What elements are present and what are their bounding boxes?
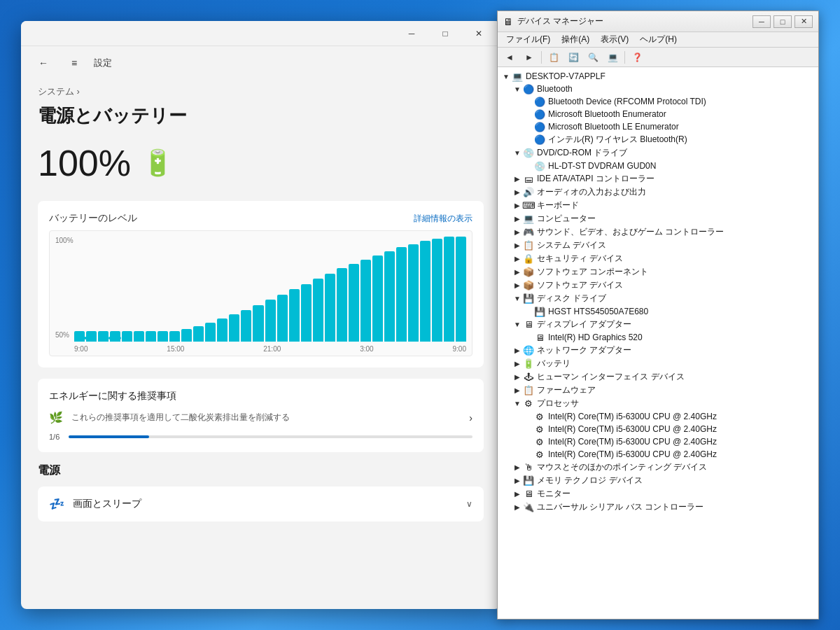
- page-title: 電源とバッテリー: [21, 101, 500, 142]
- tree-item-bt-rfcomm[interactable]: 🔵 Bluetooth Device (RFCOMM Protocol TDI): [498, 95, 818, 108]
- toolbar-update-button[interactable]: 🔄: [564, 50, 582, 65]
- menu-view[interactable]: 表示(V): [595, 32, 634, 47]
- tree-item-monitor[interactable]: ▶ 🖥 モニター: [498, 487, 818, 500]
- back-button[interactable]: ←: [32, 52, 55, 74]
- ide-icon: 🖴: [523, 174, 534, 185]
- tree-label-mouse: マウスとそのほかのポインティング デバイス: [537, 461, 707, 473]
- chart-bars: [74, 237, 466, 342]
- tree-item-dvd-drive[interactable]: 💿 HL-DT-ST DVDRAM GUD0N: [498, 160, 818, 172]
- settings-close-button[interactable]: ✕: [463, 24, 495, 43]
- tree-item-hdd[interactable]: 💾 HGST HTS545050A7E680: [498, 305, 818, 318]
- tree-expand-dvd: ▼: [512, 148, 523, 159]
- energy-item[interactable]: 🌿 これらの推奨事項を適用して二酸化炭素排出量を削減する ›: [49, 408, 472, 427]
- tree-item-bt-intel[interactable]: 🔵 インテル(R) ワイヤレス Bluetooth(R): [498, 133, 818, 146]
- tree-expand-processor: ▼: [512, 398, 523, 410]
- tree-item-hid[interactable]: ▶ 🕹 ヒューマン インターフェイス デバイス: [498, 370, 818, 384]
- tree-item-bt-le-enum[interactable]: 🔵 Microsoft Bluetooth LE Enumerator: [498, 120, 818, 133]
- tree-item-computer[interactable]: ▶ 💻 コンピューター: [498, 212, 818, 225]
- toolbar-device-button[interactable]: 💻: [603, 50, 622, 65]
- tree-item-sw-components[interactable]: ▶ 📦 ソフトウェア コンポーネント: [498, 265, 818, 279]
- energy-leaf-icon: 🌿: [49, 411, 63, 424]
- hid-icon: 🕹: [523, 372, 534, 383]
- dvd-icon: 💿: [523, 148, 534, 159]
- tree-item-display[interactable]: ▼ 🖥 ディスプレイ アダプター: [498, 318, 818, 331]
- toolbar-help-button[interactable]: ❓: [628, 50, 646, 65]
- chart-y-labels: 100% 50%: [55, 237, 74, 339]
- tree-item-sound[interactable]: ▶ 🎮 サウンド、ビデオ、およびゲーム コントローラー: [498, 225, 818, 239]
- chart-detail-link[interactable]: 詳細情報の表示: [414, 213, 472, 225]
- menu-help[interactable]: ヘルプ(H): [634, 32, 682, 47]
- devmgr-title-icon: 🖥: [503, 16, 513, 27]
- tree-item-cpu-4[interactable]: ⚙ Intel(R) Core(TM) i5-6300U CPU @ 2.40G…: [498, 448, 818, 461]
- tree-label-cpu-3: Intel(R) Core(TM) i5-6300U CPU @ 2.40GHz: [548, 437, 717, 447]
- tree-item-mouse[interactable]: ▶ 🖱 マウスとそのほかのポインティング デバイス: [498, 461, 818, 474]
- tree-label-network: ネットワーク アダプター: [537, 344, 631, 356]
- tree-item-system[interactable]: ▶ 📋 システム デバイス: [498, 239, 818, 252]
- tree-label-battery: バッテリ: [537, 358, 570, 370]
- battery-icon: 🔋: [142, 148, 174, 178]
- menu-action[interactable]: 操作(A): [556, 32, 595, 47]
- tree-item-sw-devices[interactable]: ▶ 📦 ソフトウェア デバイス: [498, 279, 818, 292]
- tree-expand-bt-rfcomm: [523, 96, 534, 107]
- chart-header: バッテリーのレベル 詳細情報の表示: [49, 212, 472, 225]
- tree-item-network[interactable]: ▶ 🌐 ネットワーク アダプター: [498, 344, 818, 357]
- devmgr-maximize-button[interactable]: □: [774, 15, 792, 28]
- tree-item-disk[interactable]: ▼ 💾 ディスク ドライブ: [498, 292, 818, 305]
- tree-item-cpu-3[interactable]: ⚙ Intel(R) Core(TM) i5-6300U CPU @ 2.40G…: [498, 435, 818, 448]
- tree-item-bluetooth[interactable]: ▼ 🔵 Bluetooth: [498, 83, 818, 95]
- chart-title: バッテリーのレベル: [49, 212, 137, 225]
- menu-file[interactable]: ファイル(F): [500, 32, 556, 47]
- tree-expand-sound: ▶: [512, 227, 523, 238]
- menu-button[interactable]: ≡: [63, 52, 85, 74]
- toolbar-back-button[interactable]: ◄: [500, 50, 519, 65]
- tree-label-cpu-2: Intel(R) Core(TM) i5-6300U CPU @ 2.40GHz: [548, 424, 717, 434]
- gpu-icon: 🖥: [534, 332, 545, 343]
- toolbar-properties-button[interactable]: 📋: [545, 50, 563, 65]
- devmgr-close-button[interactable]: ✕: [794, 15, 813, 28]
- devmgr-minimize-button[interactable]: ─: [752, 15, 771, 28]
- toolbar-forward-button[interactable]: ►: [520, 50, 538, 65]
- settings-maximize-button[interactable]: □: [429, 24, 461, 43]
- tree-label-bt-le-enum: Microsoft Bluetooth LE Enumerator: [548, 122, 679, 132]
- device-tree[interactable]: ▼ 💻 DESKTOP-V7APPLF ▼ 🔵 Bluetooth 🔵 Blue…: [498, 67, 818, 619]
- tree-item-cpu-2[interactable]: ⚙ Intel(R) Core(TM) i5-6300U CPU @ 2.40G…: [498, 423, 818, 435]
- memory-icon: 💾: [523, 475, 534, 486]
- energy-progress-bar: [69, 435, 472, 438]
- sw-dev-icon: 📦: [523, 280, 534, 291]
- tree-item-keyboard[interactable]: ▶ ⌨ キーボード: [498, 199, 818, 212]
- chart-y-label-50: 50%: [55, 331, 74, 339]
- devmgr-titlebar: 🖥 デバイス マネージャー ─ □ ✕: [498, 11, 818, 32]
- tree-item-ide[interactable]: ▶ 🖴 IDE ATA/ATAPI コントローラー: [498, 172, 818, 186]
- tree-label-monitor: モニター: [537, 488, 570, 500]
- tree-item-bt-enum[interactable]: 🔵 Microsoft Bluetooth Enumerator: [498, 108, 818, 120]
- toolbar-scan-button[interactable]: 🔍: [584, 50, 602, 65]
- display-icon: 🖥: [523, 319, 534, 330]
- security-icon: 🔒: [523, 253, 534, 265]
- settings-minimize-button[interactable]: ─: [396, 24, 428, 43]
- battery-chart-section: バッテリーのレベル 詳細情報の表示 100% 50%: [38, 201, 484, 368]
- settings-titlebar: ─ □ ✕: [21, 21, 500, 46]
- sleep-chevron-icon: ∨: [466, 499, 472, 509]
- tree-label-root: DESKTOP-V7APPLF: [526, 71, 606, 81]
- tree-item-battery[interactable]: ▶ 🔋 バッテリ: [498, 357, 818, 370]
- chart-time-2: 15:00: [167, 345, 184, 353]
- tree-item-dvd[interactable]: ▼ 💿 DVD/CD-ROM ドライブ: [498, 146, 818, 160]
- tree-item-usb[interactable]: ▶ 🔌 ユニバーサル シリアル バス コントローラー: [498, 500, 818, 514]
- tree-item-cpu-1[interactable]: ⚙ Intel(R) Core(TM) i5-6300U CPU @ 2.40G…: [498, 410, 818, 423]
- tree-label-cpu-1: Intel(R) Core(TM) i5-6300U CPU @ 2.40GHz: [548, 412, 717, 421]
- tree-label-ide: IDE ATA/ATAPI コントローラー: [537, 173, 654, 185]
- tree-item-memory[interactable]: ▶ 💾 メモリ テクノロジ デバイス: [498, 474, 818, 487]
- tree-item-firmware[interactable]: ▶ 📋 ファームウェア: [498, 384, 818, 397]
- tree-item-audio[interactable]: ▶ 🔊 オーディオの入力および出力: [498, 186, 818, 199]
- power-item-sleep[interactable]: 💤 画面とスリープ ∨: [38, 486, 484, 522]
- tree-expand-memory: ▶: [512, 475, 523, 486]
- tree-label-hid: ヒューマン インターフェイス デバイス: [537, 371, 685, 383]
- system-icon: 📋: [523, 240, 534, 251]
- tree-expand-sw-comp: ▶: [512, 267, 523, 278]
- bt-enum-icon: 🔵: [534, 108, 545, 120]
- tree-item-security[interactable]: ▶ 🔒 セキュリティ デバイス: [498, 252, 818, 265]
- tree-item-intel-gpu[interactable]: 🖥 Intel(R) HD Graphics 520: [498, 331, 818, 344]
- settings-window: ─ □ ✕ ← ≡ 設定 システム › 電源とバッテリー 100% 🔋 バッテリ…: [21, 21, 500, 609]
- tree-item-processor[interactable]: ▼ ⚙ プロセッサ: [498, 397, 818, 410]
- tree-root[interactable]: ▼ 💻 DESKTOP-V7APPLF: [498, 70, 818, 83]
